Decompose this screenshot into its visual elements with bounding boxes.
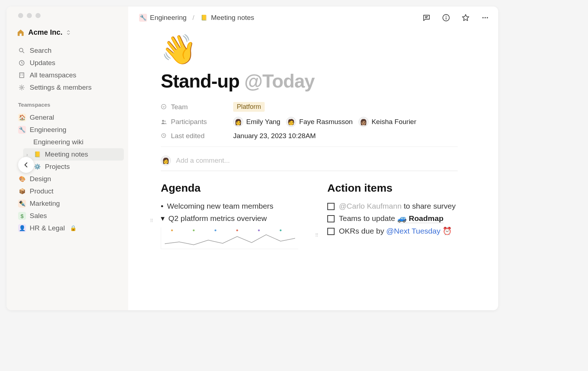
page-content: 👋 Stand-up @Today Team Platform Particip… (128, 29, 498, 249)
star-icon[interactable] (461, 13, 470, 22)
breadcrumb-current-label: Meeting notes (211, 14, 254, 22)
alarm-clock-icon: ⏰ (442, 227, 452, 235)
teamspace-engineering[interactable]: 🔧 Engineering (17, 124, 124, 136)
page-doc-icon: 📒 (200, 14, 208, 22)
checkbox[interactable] (327, 215, 335, 222)
property-participants[interactable]: Participants 👩Emily Yang 🧑Faye Rasmusson… (161, 117, 498, 127)
property-value[interactable]: Platform (233, 102, 265, 112)
avatar: 👩🏽 (358, 117, 369, 127)
checkbox[interactable] (327, 203, 335, 210)
teamspace-product[interactable]: 📦 Product (17, 185, 124, 197)
collapse-sidebar-button[interactable] (18, 157, 34, 173)
page-link[interactable]: 🚙Roadmap (397, 214, 444, 223)
svg-point-14 (482, 17, 484, 18)
drag-handle-icon[interactable]: ⠿ (150, 218, 154, 223)
page-title-text: Stand-up (161, 71, 244, 91)
window-close[interactable] (18, 13, 23, 18)
svg-point-8 (21, 87, 23, 89)
sidebar-all-teamspaces-label: All teamspaces (30, 71, 76, 79)
teamspace-sales[interactable]: $ Sales (17, 210, 124, 222)
teamspace-design[interactable]: 🎨 Design (17, 173, 124, 185)
add-comment[interactable]: 👩 Add a comment... (161, 155, 458, 166)
svg-point-15 (484, 17, 486, 18)
lock-icon: 🔒 (70, 225, 77, 231)
car-icon: 🚙 (397, 214, 407, 223)
participant[interactable]: 🧑Faye Rasmusson (286, 117, 353, 127)
agenda-item[interactable]: • Welcoming new team members (161, 200, 306, 212)
main-panel: 🔧 Engineering / 📒 Meeting notes 👋 Stand-… (128, 7, 498, 310)
agenda-heading[interactable]: Agenda (161, 182, 306, 194)
action-item[interactable]: Teams to update 🚙Roadmap (327, 212, 472, 225)
bullet-icon: • (161, 202, 163, 210)
gear-icon (18, 84, 25, 91)
teamspace-label: Marketing (30, 200, 60, 208)
svg-point-0 (19, 48, 23, 52)
toggle-caret-icon[interactable]: ▾ (161, 214, 165, 223)
sidebar-settings[interactable]: Settings & members (17, 81, 124, 94)
property-value[interactable]: 👩Emily Yang 🧑Faye Rasmusson 👩🏽Keisha Fou… (233, 117, 416, 127)
svg-line-1 (23, 52, 24, 53)
teamspace-general[interactable]: 🏠 General (17, 111, 124, 124)
action-items-heading[interactable]: Action items (327, 182, 472, 194)
page-emoji[interactable]: 👋 (161, 33, 498, 67)
info-icon[interactable] (442, 13, 450, 22)
svg-point-25 (258, 230, 260, 231)
more-icon[interactable] (481, 13, 490, 22)
person-icon: 👤 (18, 224, 26, 232)
action-item[interactable]: @Carlo Kaufmann to share survey (327, 200, 472, 212)
person-mention[interactable]: @Carlo Kaufmann (339, 202, 402, 210)
breadcrumb-parent[interactable]: 🔧 Engineering (137, 12, 189, 23)
people-icon (161, 119, 167, 125)
package-icon: 📦 (18, 187, 26, 195)
svg-point-22 (193, 230, 195, 231)
teamspace-hr-legal[interactable]: 👤 HR & Legal 🔒 (17, 222, 124, 234)
page-label: Engineering wiki (33, 138, 83, 146)
breadcrumb-separator: / (192, 14, 194, 22)
date-mention[interactable]: @Next Tuesday (386, 227, 441, 235)
page-title-mention: @Today (244, 71, 315, 91)
select-icon (161, 104, 167, 110)
agenda-toggle-item[interactable]: ▾ Q2 platform metrics overview (161, 212, 306, 225)
action-item[interactable]: OKRs due by @Next Tuesday ⏰ (327, 225, 472, 237)
agenda-column: Agenda • Welcoming new team members ▾ Q2… (161, 182, 306, 249)
window-zoom[interactable] (35, 13, 41, 18)
property-team[interactable]: Team Platform (161, 102, 498, 112)
sidebar-search[interactable]: Search (17, 44, 124, 57)
page-engineering-wiki[interactable]: Engineering wiki (23, 136, 124, 148)
comment-placeholder: Add a comment... (176, 157, 230, 165)
svg-point-21 (171, 230, 173, 231)
svg-rect-5 (22, 74, 23, 74)
sidebar-search-label: Search (30, 47, 51, 55)
workspace-name: Acme Inc. (28, 28, 62, 37)
sidebar-settings-label: Settings & members (30, 84, 92, 91)
participant[interactable]: 👩Emily Yang (233, 117, 280, 127)
search-icon (18, 47, 25, 54)
chevron-right-icon[interactable]: › (25, 152, 30, 157)
teamspace-marketing[interactable]: ✒️ Marketing (17, 197, 124, 210)
page-label: Meeting notes (45, 150, 88, 158)
page-label: Projects (45, 163, 70, 171)
palette-icon: 🎨 (18, 175, 26, 183)
svg-point-17 (161, 104, 166, 109)
drag-handle-icon[interactable]: ⠿ (315, 233, 319, 238)
property-label: Participants (161, 118, 233, 126)
window-minimize[interactable] (27, 13, 32, 18)
page-meeting-notes[interactable]: › 📒 Meeting notes (23, 148, 124, 161)
workspace-switcher[interactable]: Acme Inc. (17, 28, 124, 37)
building-icon (18, 72, 25, 79)
page-projects[interactable]: › ⚙️ Projects (23, 161, 124, 173)
divider (161, 146, 458, 147)
property-value: January 23, 2023 10:28AM (233, 132, 316, 140)
sidebar-updates[interactable]: Updates (17, 57, 124, 69)
divider (161, 171, 458, 171)
comments-icon[interactable] (422, 13, 431, 22)
checkbox[interactable] (327, 228, 335, 235)
clock-icon (161, 133, 167, 139)
participant[interactable]: 👩🏽Keisha Fourier (358, 117, 416, 127)
sidebar-all-teamspaces[interactable]: All teamspaces (17, 69, 124, 81)
home-icon (17, 29, 25, 37)
breadcrumb-current[interactable]: 📒 Meeting notes (198, 12, 256, 23)
avatar: 👩 (161, 155, 171, 166)
page-title[interactable]: Stand-up @Today (161, 70, 498, 92)
breadcrumb-parent-label: Engineering (150, 14, 186, 22)
